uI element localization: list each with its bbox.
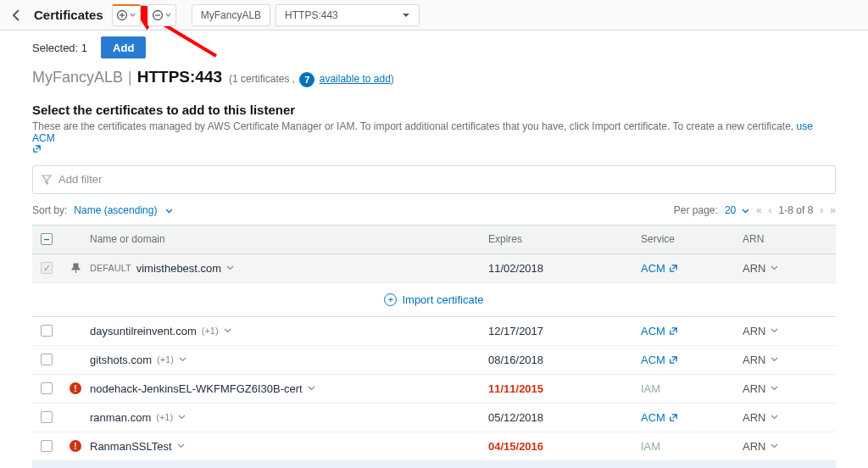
- external-link-icon: [32, 144, 42, 153]
- cert-name-cell[interactable]: gitshots.com (+1): [90, 354, 488, 366]
- chevron-down-icon: [771, 357, 778, 362]
- row-checkbox[interactable]: [41, 440, 53, 452]
- pager-last[interactable]: »: [830, 204, 836, 216]
- expires-cell: 12/17/2017: [488, 325, 641, 337]
- selected-count: Selected: 1: [32, 42, 87, 54]
- arn-cell[interactable]: ARN: [743, 382, 827, 395]
- cert-name-cell[interactable]: nodehack-JenkinsEL-WKFMFGZ6I30B-cert: [90, 382, 488, 395]
- sortby-label: Sort by:: [32, 204, 67, 216]
- section-subtext: These are the certificates managed by AW…: [32, 120, 836, 153]
- cert-count-paren-close: ): [391, 73, 394, 85]
- cert-name: RanmanSSLTest: [90, 440, 172, 453]
- perpage-dropdown[interactable]: 20: [725, 204, 749, 216]
- action-bar: Selected: 1 Add: [0, 31, 868, 64]
- row-checkbox[interactable]: [41, 262, 53, 274]
- table-row[interactable]: gitshots.com (+1) 08/16/2018 ACM ARN: [32, 346, 836, 375]
- sort-pager-bar: Sort by: Name (ascending) Per page: 20 «…: [32, 204, 836, 216]
- col-expires[interactable]: Expires: [488, 233, 641, 245]
- chevron-down-icon: [771, 415, 778, 420]
- col-name[interactable]: Name or domain: [90, 233, 488, 245]
- cert-name: gitshots.com: [90, 354, 152, 366]
- pin-icon: [71, 263, 81, 274]
- listener-selector[interactable]: HTTPS:443: [275, 4, 420, 26]
- chevron-down-icon: [130, 13, 136, 18]
- perpage-label: Per page:: [674, 204, 718, 216]
- add-button[interactable]: Add: [101, 36, 146, 58]
- service-cell[interactable]: ACM: [641, 411, 743, 424]
- cert-name: nodehack-JenkinsEL-WKFMFGZ6I30B-cert: [90, 382, 303, 395]
- heading-alb: MyFancyALB: [32, 69, 123, 86]
- external-link-icon: [669, 326, 678, 336]
- arn-cell[interactable]: ARN: [743, 440, 827, 453]
- section-sub-body: These are the certificates managed by AW…: [32, 120, 797, 132]
- certificates-table: – Name or domain Expires Service ARN DEF…: [32, 225, 836, 468]
- col-service[interactable]: Service: [641, 233, 743, 245]
- section-heading: Select the certificates to add to this l…: [32, 103, 836, 117]
- select-all-checkbox[interactable]: –: [41, 233, 53, 245]
- cert-name-cell[interactable]: ranman.com (+1): [90, 411, 488, 424]
- service-cell[interactable]: ACM: [641, 325, 743, 337]
- add-certificate-pill[interactable]: [112, 4, 141, 26]
- table-row[interactable]: daysuntilreinvent.com (+1) 12/17/2017 AC…: [32, 317, 836, 346]
- cert-name-cell[interactable]: RanmanSSLTest: [90, 440, 488, 453]
- chevron-down-icon: [771, 443, 778, 448]
- alert-icon: !: [70, 382, 81, 394]
- alb-selector[interactable]: MyFancyALB: [192, 4, 270, 26]
- arn-cell[interactable]: ARN: [743, 411, 827, 424]
- service-cell[interactable]: ACM: [641, 354, 743, 366]
- table-row[interactable]: DEFAULT vimisthebest.com 11/02/2018 ACM …: [32, 254, 836, 283]
- pager: « ‹ 1-8 of 8 › »: [756, 204, 836, 216]
- chevron-down-icon: [177, 443, 185, 448]
- filter-icon: [42, 175, 52, 185]
- pager-next[interactable]: ›: [820, 204, 823, 216]
- cert-name-cell[interactable]: DEFAULT vimisthebest.com: [90, 262, 488, 275]
- expires-cell: 11/11/2015: [488, 382, 641, 395]
- toolbar-title: Certificates: [34, 8, 103, 22]
- row-checkbox[interactable]: [41, 325, 53, 337]
- chevron-down-icon: [742, 209, 749, 214]
- import-certificate-button[interactable]: + Import certificate: [32, 283, 836, 317]
- chevron-down-icon: [165, 209, 173, 214]
- table-header: – Name or domain Expires Service ARN: [32, 226, 836, 254]
- chevron-down-icon: [178, 415, 186, 420]
- plus-circle-icon: +: [384, 293, 397, 306]
- filter-input[interactable]: Add filter: [32, 165, 836, 194]
- external-link-icon: [669, 413, 678, 422]
- chevron-down-icon: [308, 386, 315, 391]
- extra-count: (+1): [202, 326, 219, 336]
- pager-range: 1-8 of 8: [779, 204, 814, 216]
- external-link-icon: [669, 264, 678, 273]
- row-checkbox[interactable]: [41, 382, 53, 394]
- available-to-add-link[interactable]: available to add: [320, 73, 391, 85]
- cert-name-cell[interactable]: daysuntilreinvent.com (+1): [90, 325, 488, 337]
- cert-count-text: 1 certificates ,: [232, 73, 295, 85]
- remove-certificate-pill[interactable]: [147, 4, 176, 26]
- chevron-down-icon: [224, 328, 231, 333]
- table-row[interactable]: ! nodehack-JenkinsEL-WKFMFGZ6I30B-cert 1…: [32, 375, 836, 404]
- extra-count: (+1): [156, 412, 173, 422]
- import-label: Import certificate: [402, 293, 483, 306]
- cert-name: daysuntilreinvent.com: [90, 325, 197, 337]
- arn-cell[interactable]: ARN: [743, 262, 827, 275]
- table-row[interactable]: ranman.com (+1) 05/12/2018 ACM ARN: [32, 404, 836, 432]
- table-row[interactable]: ! RanmanSSLTest 04/15/2016 IAM ARN: [32, 432, 836, 461]
- chevron-down-icon: [179, 357, 186, 362]
- service-cell[interactable]: ACM: [641, 262, 743, 275]
- service-cell: IAM: [641, 382, 743, 395]
- col-arn[interactable]: ARN: [743, 233, 827, 245]
- row-checkbox[interactable]: [41, 411, 53, 423]
- pager-prev[interactable]: ‹: [769, 204, 772, 216]
- chevron-down-icon: [771, 386, 778, 391]
- row-checkbox[interactable]: [41, 354, 53, 365]
- top-toolbar: Certificates MyFancyALB HTTPS:443: [0, 0, 868, 31]
- arn-cell[interactable]: ARN: [743, 354, 827, 366]
- plus-circle-icon: [116, 9, 128, 21]
- sortby-dropdown[interactable]: Name (ascending): [74, 204, 173, 216]
- arn-cell[interactable]: ARN: [743, 325, 827, 337]
- minus-circle-icon: [152, 9, 164, 21]
- table-row[interactable]: vimisbetterthanemacs.com 11/02/2018 ACM …: [32, 461, 836, 468]
- external-link-icon: [669, 355, 678, 365]
- back-button[interactable]: [5, 4, 27, 26]
- expires-cell: 11/02/2018: [488, 262, 641, 275]
- pager-first[interactable]: «: [756, 204, 762, 216]
